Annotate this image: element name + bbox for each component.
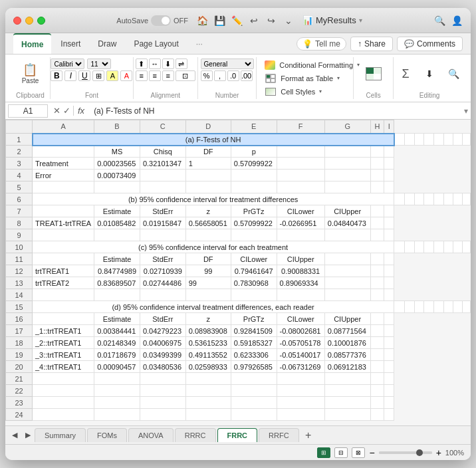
italic-button[interactable]: I bbox=[64, 70, 76, 81]
cell-18-D[interactable]: 0.53615233 bbox=[185, 337, 231, 349]
cell-5-H[interactable] bbox=[370, 181, 384, 193]
redo-icon[interactable]: ↪ bbox=[265, 15, 277, 27]
align-bottom-button[interactable]: ⬇ bbox=[162, 58, 174, 69]
cell-3-I[interactable] bbox=[384, 158, 394, 170]
close-button[interactable] bbox=[13, 17, 21, 25]
cell-15-C[interactable] bbox=[404, 301, 414, 313]
cell-19-E[interactable]: 0.6233306 bbox=[231, 349, 277, 361]
cell-7-A[interactable] bbox=[33, 205, 94, 217]
row-header-14[interactable]: 14 bbox=[6, 289, 33, 301]
cell-22-G[interactable] bbox=[324, 385, 370, 397]
row-header-3[interactable]: 3 bbox=[6, 158, 33, 170]
cancel-formula-icon[interactable]: ✕ bbox=[53, 106, 60, 116]
cell-21-I[interactable] bbox=[384, 373, 394, 385]
row-header-19[interactable]: 19 bbox=[6, 349, 33, 361]
cell-21-E[interactable] bbox=[231, 373, 277, 385]
cell-15-E[interactable] bbox=[423, 301, 433, 313]
decrease-decimal-button[interactable]: .0 bbox=[227, 70, 239, 81]
autosave-toggle[interactable] bbox=[151, 15, 171, 26]
font-family-select[interactable]: Calibri bbox=[51, 58, 84, 69]
cell-7-G[interactable]: CIUpper bbox=[324, 205, 370, 217]
cell-11-C[interactable]: StdErr bbox=[140, 253, 185, 265]
cell-1-H[interactable] bbox=[453, 134, 462, 146]
row-header-6[interactable]: 6 bbox=[6, 193, 33, 205]
align-top-button[interactable]: ⬆ bbox=[136, 58, 148, 69]
cell-14-D[interactable] bbox=[185, 289, 231, 301]
cell-22-E[interactable] bbox=[231, 385, 277, 397]
cell-19-H[interactable] bbox=[370, 349, 384, 361]
cell-24-B[interactable] bbox=[94, 409, 140, 421]
cell-15-I[interactable] bbox=[462, 301, 470, 313]
more-icon[interactable]: ⌄ bbox=[283, 15, 295, 27]
cells-button[interactable] bbox=[366, 67, 382, 80]
cell-7-E[interactable]: PrGTz bbox=[231, 205, 277, 217]
cell-24-F[interactable] bbox=[277, 409, 324, 421]
cell-8-D[interactable]: 0.56658051 bbox=[185, 217, 231, 229]
home-icon[interactable]: 🏠 bbox=[196, 15, 208, 27]
cell-15-H[interactable] bbox=[453, 301, 462, 313]
cell-21-B[interactable] bbox=[94, 373, 140, 385]
cell-17-D[interactable]: 0.08983908 bbox=[185, 325, 231, 337]
cell-12-H[interactable] bbox=[370, 265, 384, 277]
cell-6-G[interactable] bbox=[443, 193, 453, 205]
cell-17-E[interactable]: 0.92841509 bbox=[231, 325, 277, 337]
cell-9-F[interactable] bbox=[277, 229, 324, 241]
cell-8-C[interactable]: 0.01915847 bbox=[140, 217, 185, 229]
cell-9-D[interactable] bbox=[185, 229, 231, 241]
clear-button[interactable]: 🔍 bbox=[443, 66, 464, 81]
cell-2-F[interactable] bbox=[277, 146, 324, 158]
comments-button[interactable]: 💬 Comments bbox=[397, 37, 463, 51]
cell-2-G[interactable] bbox=[324, 146, 370, 158]
row-header-24[interactable]: 24 bbox=[6, 409, 33, 421]
cell-20-F[interactable]: -0.06731269 bbox=[277, 361, 324, 373]
cell-11-F[interactable]: CIUpper bbox=[277, 253, 324, 265]
cell-18-E[interactable]: 0.59185327 bbox=[231, 337, 277, 349]
row-header-18[interactable]: 18 bbox=[6, 337, 33, 349]
cell-15-G[interactable] bbox=[443, 301, 453, 313]
row-header-22[interactable]: 22 bbox=[6, 385, 33, 397]
cell-7-D[interactable]: z bbox=[185, 205, 231, 217]
col-header-f[interactable]: F bbox=[277, 120, 324, 134]
cell-16-F[interactable]: CILower bbox=[277, 313, 324, 325]
cell-18-H[interactable] bbox=[370, 337, 384, 349]
cell-18-I[interactable] bbox=[384, 337, 394, 349]
cell-14-G[interactable] bbox=[324, 289, 370, 301]
cell-13-B[interactable]: 0.83689507 bbox=[94, 277, 140, 289]
sheet-tab-frrc[interactable]: FRRC bbox=[217, 428, 258, 442]
cell-23-D[interactable] bbox=[185, 397, 231, 409]
cell-12-B[interactable]: 0.84774989 bbox=[94, 265, 140, 277]
font-color-button[interactable]: A bbox=[120, 70, 132, 81]
cell-21-A[interactable] bbox=[33, 373, 94, 385]
underline-button[interactable]: U bbox=[78, 70, 90, 81]
undo-icon[interactable]: ↩ bbox=[248, 15, 260, 27]
wrap-text-button[interactable]: ⇌ bbox=[176, 58, 187, 69]
row-header-16[interactable]: 16 bbox=[6, 313, 33, 325]
cell-6-F[interactable] bbox=[433, 193, 443, 205]
row-header-12[interactable]: 12 bbox=[6, 265, 33, 277]
cell-13-F[interactable]: 0.89069334 bbox=[277, 277, 324, 289]
cell-13-G[interactable] bbox=[324, 277, 370, 289]
cell-21-C[interactable] bbox=[140, 373, 185, 385]
cell-9-C[interactable] bbox=[140, 229, 185, 241]
merge-button[interactable]: ⊡ bbox=[176, 70, 195, 81]
cell-18-A[interactable]: _2::trtTREAT1 bbox=[33, 337, 94, 349]
cell-9-B[interactable] bbox=[94, 229, 140, 241]
sheet-nav-right[interactable]: ▶ bbox=[21, 429, 35, 442]
cell-1-C[interactable] bbox=[404, 134, 414, 146]
cell-12-C[interactable]: 0.02710939 bbox=[140, 265, 185, 277]
cell-11-I[interactable] bbox=[384, 253, 394, 265]
align-right-button[interactable]: ≡ bbox=[162, 70, 174, 81]
cell-22-C[interactable] bbox=[140, 385, 185, 397]
cell-9-E[interactable] bbox=[231, 229, 277, 241]
cell-5-F[interactable] bbox=[277, 181, 324, 193]
cell-19-C[interactable]: 0.03499399 bbox=[140, 349, 185, 361]
font-size-select[interactable]: 11 bbox=[87, 58, 111, 69]
row-header-23[interactable]: 23 bbox=[6, 397, 33, 409]
cell-24-E[interactable] bbox=[231, 409, 277, 421]
cell-21-D[interactable] bbox=[185, 373, 231, 385]
cell-22-A[interactable] bbox=[33, 385, 94, 397]
cell-23-C[interactable] bbox=[140, 397, 185, 409]
cell-styles-button[interactable]: Cell Styles ▾ bbox=[262, 86, 348, 98]
cell-13-D[interactable]: 99 bbox=[185, 277, 231, 289]
save-icon[interactable]: 💾 bbox=[213, 15, 225, 27]
